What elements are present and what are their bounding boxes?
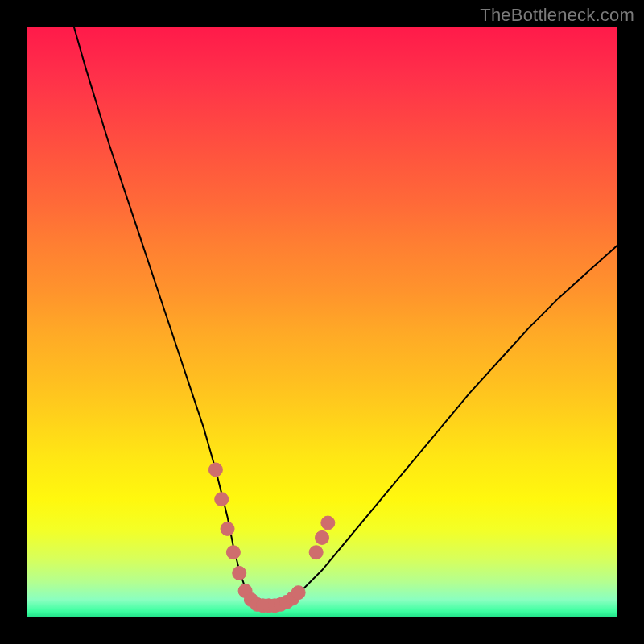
curve-marker — [215, 493, 229, 506]
curve-marker — [316, 530, 329, 544]
plot-area — [27, 27, 617, 617]
curve-marker — [208, 463, 222, 477]
curve-marker — [233, 566, 246, 580]
watermark-text: TheBottleneck.com — [480, 5, 634, 26]
curve-marker — [291, 586, 305, 600]
chart-svg — [27, 27, 617, 617]
curve-marker — [309, 546, 323, 559]
curve-marker — [226, 546, 240, 559]
curve-marker — [321, 516, 335, 530]
bottleneck-curve — [74, 27, 617, 605]
chart-frame: TheBottleneck.com — [0, 0, 644, 644]
curve-marker — [221, 522, 234, 535]
marker-group — [208, 463, 334, 613]
